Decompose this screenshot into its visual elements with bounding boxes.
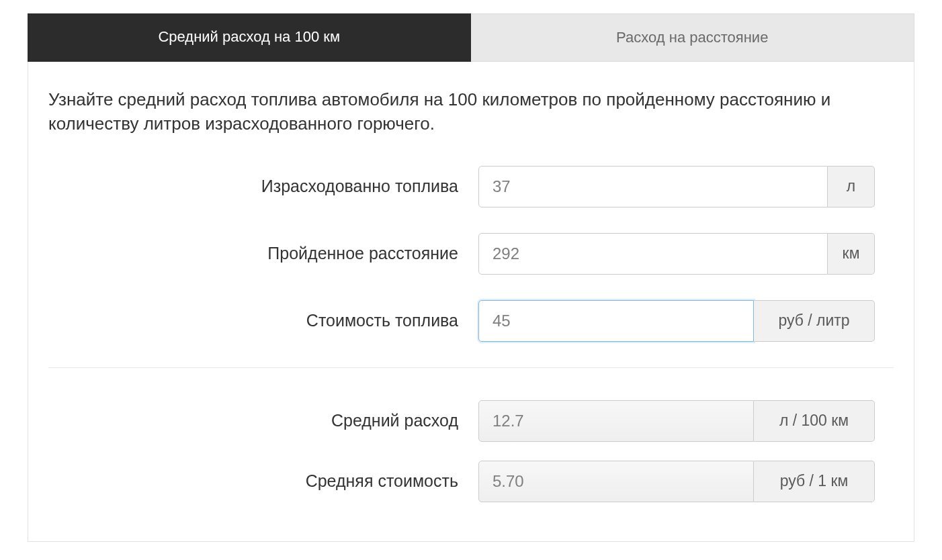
row-fuel-price: Стоимость топлива руб / литр [48, 300, 894, 342]
row-fuel-used: Израсходованно топлива л [48, 166, 894, 207]
input-group-fuel-price: руб / литр [478, 300, 875, 342]
divider [48, 367, 894, 368]
output-group-avg-cost: руб / 1 км [478, 461, 875, 502]
description-text: Узнайте средний расход топлива автомобил… [48, 87, 894, 136]
row-avg-consumption: Средний расход л / 100 км [48, 400, 894, 442]
input-distance[interactable] [478, 233, 828, 275]
tab-distance-consumption[interactable]: Расход на расстояние [471, 13, 915, 62]
input-fuel-used[interactable] [478, 166, 828, 207]
label-fuel-price: Стоимость топлива [48, 311, 478, 330]
results-section: Средний расход л / 100 км Средняя стоимо… [48, 400, 894, 502]
calculator-panel: Средний расход на 100 км Расход на расст… [28, 13, 914, 542]
input-group-fuel-used: л [478, 166, 875, 207]
row-avg-cost: Средняя стоимость руб / 1 км [48, 461, 894, 502]
unit-avg-cost: руб / 1 км [754, 461, 875, 502]
output-group-avg-consumption: л / 100 км [478, 400, 875, 442]
tabs-row: Средний расход на 100 км Расход на расст… [28, 13, 914, 62]
label-fuel-used: Израсходованно топлива [48, 177, 478, 196]
output-avg-consumption [478, 400, 754, 442]
unit-distance: км [828, 233, 875, 275]
label-avg-cost: Средняя стоимость [48, 471, 478, 491]
label-distance: Пройденное расстояние [48, 244, 478, 263]
panel-body: Узнайте средний расход топлива автомобил… [28, 62, 914, 542]
tab-avg-consumption[interactable]: Средний расход на 100 км [28, 13, 471, 62]
unit-avg-consumption: л / 100 км [754, 400, 875, 442]
input-fuel-price[interactable] [478, 300, 754, 342]
label-avg-consumption: Средний расход [48, 411, 478, 430]
unit-fuel-price: руб / литр [754, 300, 875, 342]
unit-fuel-used: л [828, 166, 875, 207]
row-distance: Пройденное расстояние км [48, 233, 894, 275]
input-group-distance: км [478, 233, 875, 275]
output-avg-cost [478, 461, 754, 502]
